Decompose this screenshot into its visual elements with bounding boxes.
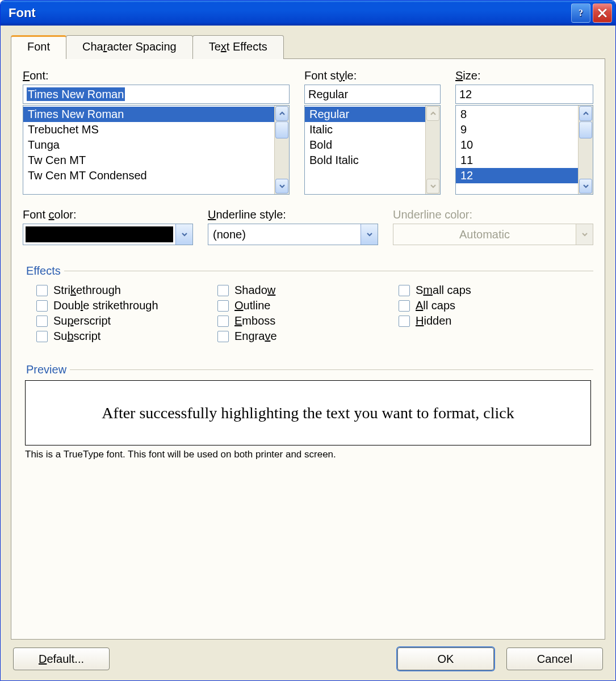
font-color-label: Font color: xyxy=(23,208,193,221)
style-listbox[interactable]: Regular Italic Bold Bold Italic xyxy=(304,105,441,195)
subscript-checkbox[interactable]: Subscript xyxy=(36,330,217,343)
scroll-down-button[interactable] xyxy=(579,179,592,194)
style-input[interactable]: Regular xyxy=(304,85,441,104)
style-scrollbar xyxy=(425,106,440,194)
titlebar: Font ? xyxy=(1,1,615,26)
font-label: Font: xyxy=(23,69,290,82)
dropdown-button[interactable] xyxy=(361,224,378,245)
list-item[interactable]: 12 xyxy=(456,168,578,183)
underline-color-combo: Automatic xyxy=(393,224,593,245)
outline-checkbox[interactable]: Outline xyxy=(217,299,399,312)
tabpanel-font: Font: Times New Roman Times New Roman Tr… xyxy=(11,58,605,640)
chevron-up-icon xyxy=(583,110,589,117)
chevron-up-icon xyxy=(279,110,286,117)
tab-text-effects[interactable]: Text Effects xyxy=(192,35,284,59)
font-listbox[interactable]: Times New Roman Trebuchet MS Tunga Tw Ce… xyxy=(23,105,290,195)
list-item[interactable]: Trebuchet MS xyxy=(23,122,274,137)
list-item[interactable]: Italic xyxy=(305,122,425,137)
client-area: Font Character Spacing Text Effects Font… xyxy=(1,26,615,680)
scroll-down-button xyxy=(426,179,439,194)
size-listbox[interactable]: 8 9 10 11 12 xyxy=(455,105,593,195)
checkbox-icon xyxy=(217,316,229,327)
font-hint: This is a TrueType font. This font will … xyxy=(25,449,591,460)
help-icon: ? xyxy=(576,8,586,18)
size-scrollbar[interactable] xyxy=(578,106,593,194)
effects-legend: Effects xyxy=(23,264,64,278)
chevron-down-icon xyxy=(430,183,437,190)
scroll-up-button xyxy=(426,106,439,121)
engrave-checkbox[interactable]: Engrave xyxy=(217,330,399,343)
shadow-checkbox[interactable]: Shadow xyxy=(217,284,399,297)
effects-group: Effects Strikethrough Double strikethrou… xyxy=(23,258,593,352)
double-strikethrough-checkbox[interactable]: Double strikethrough xyxy=(36,299,217,312)
dialog-title: Font xyxy=(9,6,569,20)
button-row: Default... OK Cancel xyxy=(11,648,605,670)
list-item[interactable]: 10 xyxy=(456,137,578,153)
preview-group: Preview After successfully highlighting … xyxy=(23,356,593,463)
preview-box: After successfully highlighting the text… xyxy=(25,380,591,445)
emboss-checkbox[interactable]: Emboss xyxy=(217,314,399,327)
font-input-value: Times New Roman xyxy=(27,87,125,101)
hidden-checkbox[interactable]: Hidden xyxy=(399,314,580,327)
color-swatch xyxy=(26,226,173,242)
list-item[interactable]: 8 xyxy=(456,107,578,122)
help-button[interactable]: ? xyxy=(571,3,590,23)
font-color-combo[interactable] xyxy=(23,224,193,245)
default-button[interactable]: Default... xyxy=(13,648,110,670)
tab-font[interactable]: Font xyxy=(11,35,66,59)
ok-button[interactable]: OK xyxy=(397,648,494,670)
scroll-up-button[interactable] xyxy=(579,106,592,121)
checkbox-icon xyxy=(36,285,48,296)
small-caps-checkbox[interactable]: Small caps xyxy=(399,284,580,297)
list-item[interactable]: Tw Cen MT Condensed xyxy=(23,168,274,183)
list-item[interactable]: Regular xyxy=(305,107,425,122)
checkbox-icon xyxy=(217,300,229,312)
tab-character-spacing[interactable]: Character Spacing xyxy=(66,35,193,59)
dropdown-button[interactable] xyxy=(175,224,192,245)
chevron-up-icon xyxy=(430,110,437,117)
list-item[interactable]: Tunga xyxy=(23,137,274,153)
close-button[interactable] xyxy=(593,3,612,23)
strikethrough-checkbox[interactable]: Strikethrough xyxy=(36,284,217,297)
scroll-thumb[interactable] xyxy=(275,121,288,138)
checkbox-icon xyxy=(399,300,410,312)
chevron-down-icon xyxy=(581,231,588,238)
list-item[interactable]: Bold xyxy=(305,137,425,153)
underline-style-label: Underline style: xyxy=(208,208,378,221)
checkbox-icon xyxy=(36,331,48,342)
underline-style-value: (none) xyxy=(208,224,361,245)
close-icon xyxy=(597,8,607,18)
checkbox-icon xyxy=(399,285,410,296)
checkbox-icon xyxy=(217,285,229,296)
chevron-down-icon xyxy=(279,183,286,190)
size-label: Size: xyxy=(455,69,593,82)
underline-color-value: Automatic xyxy=(393,224,576,245)
font-scrollbar[interactable] xyxy=(274,106,289,194)
underline-style-combo[interactable]: (none) xyxy=(208,224,378,245)
checkbox-icon xyxy=(399,316,410,327)
scroll-up-button[interactable] xyxy=(275,106,288,121)
cancel-button[interactable]: Cancel xyxy=(506,648,603,670)
underline-color-label: Underline color: xyxy=(393,208,593,221)
chevron-down-icon xyxy=(366,231,373,238)
tabstrip: Font Character Spacing Text Effects xyxy=(11,35,605,58)
checkbox-icon xyxy=(36,316,48,327)
list-item[interactable]: Times New Roman xyxy=(23,107,274,122)
scroll-down-button[interactable] xyxy=(275,179,288,194)
list-item[interactable]: 9 xyxy=(456,122,578,137)
list-item[interactable]: 11 xyxy=(456,153,578,168)
font-input[interactable]: Times New Roman xyxy=(23,85,290,104)
font-dialog: Font ? Font Character Spacing Text Effec… xyxy=(0,0,616,681)
list-item[interactable]: Tw Cen MT xyxy=(23,153,274,168)
size-input[interactable]: 12 xyxy=(455,85,593,104)
superscript-checkbox[interactable]: Superscript xyxy=(36,314,217,327)
scroll-thumb[interactable] xyxy=(579,121,592,138)
all-caps-checkbox[interactable]: All caps xyxy=(399,299,580,312)
chevron-down-icon xyxy=(181,231,188,238)
list-item[interactable]: Bold Italic xyxy=(305,153,425,168)
preview-legend: Preview xyxy=(23,363,70,376)
chevron-down-icon xyxy=(583,183,589,190)
checkbox-icon xyxy=(36,300,48,312)
preview-text: After successfully highlighting the text… xyxy=(102,404,514,422)
style-label: Font style: xyxy=(304,69,441,82)
